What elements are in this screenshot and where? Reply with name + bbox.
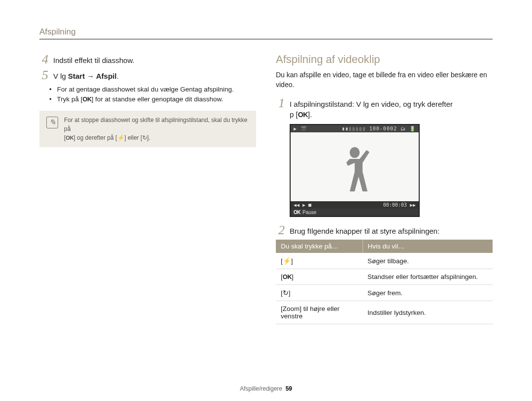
footer-page-number: 59: [286, 385, 292, 392]
step-r1-prefix: p [: [290, 110, 298, 119]
table-cell-action: Standser eller fortsætter afspilningen.: [363, 269, 493, 285]
note-text: For at stoppe diasshowet og skifte til a…: [64, 116, 249, 142]
preview-controls: ◀◀ ▶ ■ 00:00:03 ▶▶: [291, 201, 419, 209]
intro-paragraph: Du kan afspille en video, tage et billed…: [276, 70, 493, 90]
note-mid2: ] eller [: [125, 134, 142, 141]
step-r2-text: Brug fIlgende knapper til at styre afspi…: [290, 224, 439, 237]
flash-icon: ⚡: [117, 134, 125, 141]
note-icon: ✎: [46, 117, 58, 128]
controls-table: Du skal trykke på… Hvis du vil… [⚡] Søge…: [276, 240, 493, 324]
preview-caption-text: Pause: [302, 210, 316, 215]
preview-controls-right: 00:00:03 ▶▶: [383, 202, 416, 208]
bracket-close: ]: [292, 273, 294, 280]
footer-section: Afspille/redigere: [240, 385, 282, 392]
table-cell-action: Søger tilbage.: [363, 253, 493, 269]
ok-icon: OK: [83, 95, 92, 103]
step-5: 5 V lg Start → Afspil.: [39, 69, 256, 82]
table-header-press: Du skal trykke på…: [276, 240, 363, 253]
step-5-bold: Start → Afspil: [68, 72, 117, 80]
page: Afspilning 4 Indstil effekt til diasshow…: [0, 0, 532, 401]
page-footer: Afspille/redigere 59: [0, 385, 532, 392]
table-cell-action: Søger frem.: [363, 285, 493, 301]
step-r1-suffix: ].: [308, 110, 312, 119]
bullet-2-post: ] for at standse eller genoptage dit dia…: [92, 95, 223, 103]
table-cell-press: [Zoom] til højre eller venstre: [276, 301, 363, 324]
timer-icon: ↻: [283, 289, 289, 297]
preview-top-right: ▮▮▯▯▯▯▯ 100-0002 🗂 🔋: [342, 126, 416, 131]
table-header-action: Hvis du vil…: [363, 240, 493, 253]
step-5-bullets: For at gentage diasshowet skal du vælge …: [39, 85, 256, 105]
left-column: 4 Indstil effekt til diasshow. 5 V lg St…: [39, 53, 256, 324]
table-cell-press: [↻]: [276, 285, 363, 301]
note-box: ✎ For at stoppe diasshowet og skifte til…: [39, 111, 256, 147]
ok-icon: OK: [66, 135, 73, 141]
ok-icon: OK: [298, 111, 308, 119]
preview-caption: OK Pause: [291, 209, 419, 216]
bracket-close: ]: [289, 289, 291, 297]
step-number-4: 4: [39, 53, 48, 66]
preview-top-bar: ▶ 🎬 ▮▮▯▯▯▯▯ 100-0002 🗂 🔋: [291, 125, 419, 132]
video-preview: ▶ 🎬 ▮▮▯▯▯▯▯ 100-0002 🗂 🔋 ◀◀ ▶ ■ 00:00:03…: [290, 124, 420, 217]
step-5-prefix: V lg: [53, 72, 68, 80]
step-number-r2: 2: [276, 224, 285, 237]
note-line1: For at stoppe diasshowet og skifte til a…: [64, 117, 247, 132]
table-row: [OK] Standser eller fortsætter afspilnin…: [276, 269, 493, 285]
step-r1: 1 I afspilningstilstand: V lg en video, …: [276, 97, 493, 121]
step-number-r1: 1: [276, 97, 285, 110]
person-silhouette-icon: [337, 147, 372, 201]
table-cell-press: [OK]: [276, 269, 363, 285]
step-r2: 2 Brug fIlgende knapper til at styre afs…: [276, 224, 493, 237]
table-cell-action: Indstiller lydstyrken.: [363, 301, 493, 324]
step-r1-line1: I afspilningstilstand: V lg en video, og…: [290, 100, 453, 108]
step-5-text: V lg Start → Afspil.: [53, 69, 119, 82]
bullet-1-bold: Gentag afspilning: [180, 86, 232, 93]
ok-icon: OK: [283, 273, 292, 280]
table-row: [↻] Søger frem.: [276, 285, 493, 301]
table-row: [⚡] Søger tilbage.: [276, 253, 493, 269]
preview-controls-left: ◀◀ ▶ ■: [294, 202, 311, 208]
zoom-label: Zoom: [283, 305, 300, 312]
bullet-1-post: .: [232, 86, 234, 93]
columns: 4 Indstil effekt til diasshow. 5 V lg St…: [39, 53, 493, 324]
step-4-text: Indstil effekt til diasshow.: [53, 53, 134, 66]
preview-top-left-icons: ▶ 🎬: [294, 126, 307, 131]
table-cell-press: [⚡]: [276, 253, 363, 269]
step-5-suffix: .: [117, 72, 119, 80]
step-r1-text: I afspilningstilstand: V lg en video, og…: [290, 97, 453, 121]
flash-icon: ⚡: [283, 257, 291, 265]
bullet-1: For at gentage diasshowet skal du vælge …: [55, 85, 256, 94]
page-header-title: Afspilning: [39, 27, 493, 37]
bullet-1-pre: For at gentage diasshowet skal du vælge: [57, 86, 180, 93]
table-row: [Zoom] til højre eller venstre Indstille…: [276, 301, 493, 324]
step-4: 4 Indstil effekt til diasshow.: [39, 53, 256, 66]
step-number-5: 5: [39, 69, 48, 82]
note-end: ].: [147, 134, 151, 141]
header-rule: [39, 39, 493, 39]
ok-icon: OK: [294, 210, 300, 215]
bracket-close: ]: [291, 257, 293, 265]
right-column: Afspilning af videoklip Du kan afspille …: [276, 53, 493, 324]
bullet-2-pre: Tryk på [: [57, 95, 83, 103]
preview-body: [291, 132, 419, 201]
timer-icon: ↻: [142, 134, 147, 141]
note-mid: ] og derefter på [: [73, 134, 117, 141]
section-heading: Afspilning af videoklip: [276, 53, 493, 66]
bullet-2: Tryk på [OK] for at standse eller genopt…: [55, 94, 256, 104]
